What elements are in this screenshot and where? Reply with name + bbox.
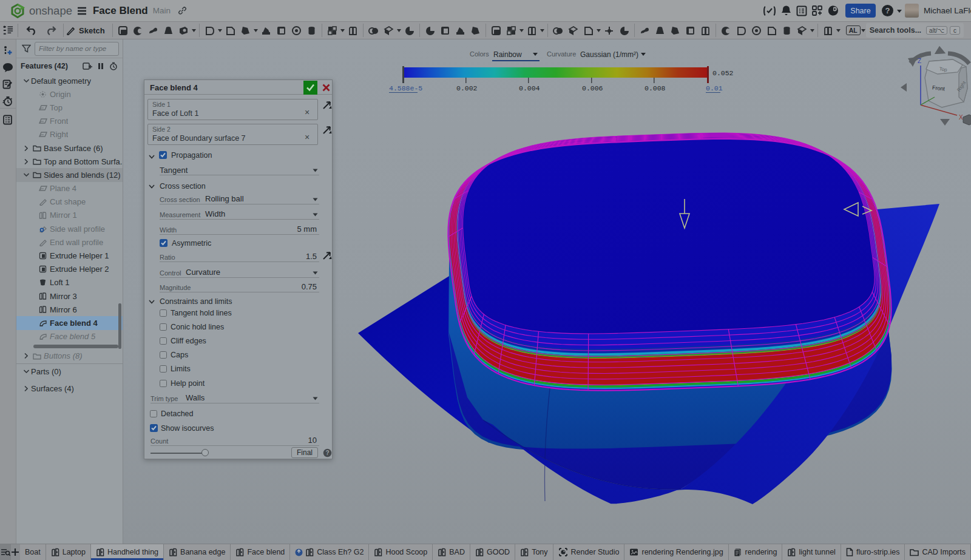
svg-text:0.006: 0.006 — [582, 84, 603, 92]
svg-text:Gaussian (1/mm²): Gaussian (1/mm²) — [580, 50, 638, 59]
svg-text:0.008: 0.008 — [645, 84, 666, 92]
svg-text:0.052: 0.052 — [712, 69, 734, 77]
svg-text:Z: Z — [918, 58, 921, 64]
svg-text:0.002: 0.002 — [456, 84, 478, 92]
svg-text:?: ? — [325, 450, 329, 456]
svg-text:0.004: 0.004 — [519, 84, 540, 92]
svg-text:Colors: Colors — [470, 50, 489, 58]
svg-text:Top: Top — [939, 66, 948, 73]
svg-text:Rainbow: Rainbow — [493, 50, 522, 59]
svg-text:0.01: 0.01 — [706, 84, 723, 92]
svg-text:Curvature: Curvature — [547, 50, 576, 58]
svg-text:4.588e-5: 4.588e-5 — [389, 84, 422, 92]
svg-text:X: X — [959, 114, 963, 121]
